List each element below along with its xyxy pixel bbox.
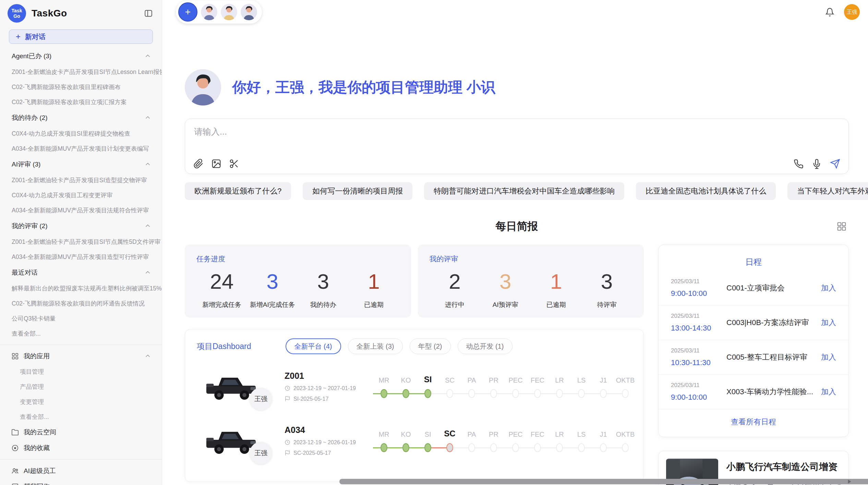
chevron-up-icon[interactable]	[144, 352, 152, 360]
milestone-dot[interactable]	[402, 389, 409, 398]
sidebar-tool-label: AI超级员工	[24, 467, 56, 475]
milestone-dot[interactable]	[600, 389, 607, 398]
milestone-dot[interactable]	[490, 443, 497, 452]
milestone-label: PEC	[505, 376, 527, 384]
milestone-dot[interactable]	[381, 389, 387, 398]
milestone-dot[interactable]	[556, 389, 563, 398]
milestone-dot[interactable]	[424, 389, 431, 398]
sidebar-item[interactable]: 公司Q3轻卡销量	[0, 311, 162, 326]
milestone-dot[interactable]	[468, 389, 475, 398]
chevron-up-icon[interactable]	[144, 161, 152, 168]
member-avatar[interactable]	[241, 4, 257, 20]
layout-grid-icon[interactable]	[836, 221, 847, 232]
notification-bell-icon[interactable]	[825, 8, 834, 17]
milestone-dot[interactable]	[402, 443, 409, 452]
member-avatar[interactable]	[201, 4, 217, 20]
sidebar-tool-item[interactable]: 帮我写作	[0, 479, 162, 485]
milestone-dot[interactable]	[446, 443, 453, 452]
suggestion-chip[interactable]: 特朗普可能对进口汽车增税会对中国车企造成哪些影响	[424, 182, 624, 200]
sidebar-item[interactable]: Z001-全新燃油皮卡产品开发项目SI节点Lesson Learn报告	[0, 64, 162, 79]
milestone-label: LS	[570, 376, 592, 384]
member-avatar[interactable]	[221, 4, 237, 20]
sidebar-sub-item[interactable]: 查看全部...	[0, 409, 162, 424]
new-chat-button[interactable]: 新对话	[9, 29, 153, 44]
project-code[interactable]: Z001	[285, 371, 371, 381]
send-icon[interactable]	[830, 159, 840, 169]
milestone-dot[interactable]	[512, 389, 519, 398]
sidebar-section-header[interactable]: AI评审 (3)	[0, 156, 162, 173]
sidebar-section-header[interactable]: Agent已办 (3)	[0, 48, 162, 64]
suggestion-chip[interactable]: 欧洲新规最近颁布了什么?	[185, 182, 291, 200]
sidebar-item[interactable]: C0X4-动力总成开发项目工程变更评审	[0, 188, 162, 203]
schedule-join-link[interactable]: 加入	[821, 387, 836, 397]
scrollbar-thumb[interactable]	[339, 479, 868, 484]
user-avatar[interactable]: 王强	[844, 4, 860, 20]
suggestion-chip[interactable]: 比亚迪全固态电池计划具体说了什么	[636, 182, 776, 200]
dashboard-filter-pill[interactable]: 全新上装 (3)	[348, 338, 403, 354]
milestone-dot[interactable]	[534, 389, 541, 398]
sidebar-item[interactable]: C02-飞腾新能源轻客改款项目里程碑画布	[0, 79, 162, 95]
sidebar-item[interactable]: A034-全新新能源MUV产品开发项目法规符合性评审	[0, 203, 162, 218]
sidebar-section-header[interactable]: 我的评审 (2)	[0, 218, 162, 234]
sidebar-sub-item[interactable]: 产品管理	[0, 379, 162, 394]
milestone-dot[interactable]	[578, 443, 585, 452]
sidebar-item-my-apps[interactable]: 我的应用	[0, 348, 162, 364]
chevron-up-icon[interactable]	[144, 222, 152, 230]
milestone-dot[interactable]	[578, 389, 585, 398]
sidebar-item-star[interactable]: 我的收藏	[0, 440, 162, 456]
milestone-dot[interactable]	[424, 443, 431, 452]
sidebar-item[interactable]: Z001-全新燃油轻卡产品开发项目SI节点属性5D文件评审	[0, 234, 162, 249]
chevron-up-icon[interactable]	[144, 114, 152, 122]
sidebar-item[interactable]: C02-飞腾新能源轻客改款项目立项汇报方案	[0, 95, 162, 110]
milestone-dot[interactable]	[622, 389, 629, 398]
chat-input[interactable]	[193, 126, 840, 137]
milestone-dot[interactable]	[556, 443, 563, 452]
milestone-dot[interactable]	[512, 443, 519, 452]
sidebar-item-folder[interactable]: 我的云空间	[0, 424, 162, 440]
schedule-time: 9:00-10:00	[671, 393, 716, 402]
sidebar-sub-item[interactable]: 变更管理	[0, 394, 162, 409]
dashboard-filter-pill[interactable]: 动总开发 (1)	[458, 338, 513, 354]
project-code[interactable]: A034	[285, 425, 371, 435]
phone-icon[interactable]	[794, 159, 804, 169]
chevron-up-icon[interactable]	[144, 52, 152, 60]
sidebar-item[interactable]: A034-全新新能源MUV产品开发项目计划变更表编写	[0, 141, 162, 156]
project-owner-badge: 王强	[250, 442, 272, 464]
sidebar-section-header[interactable]: 最近对话	[0, 264, 162, 281]
milestone-dot[interactable]	[622, 443, 629, 452]
sidebar-sub-item[interactable]: 项目管理	[0, 364, 162, 379]
milestone-dot[interactable]	[468, 443, 475, 452]
sidebar-item[interactable]: 解释最新出台的欧盟报废车法规再生塑料比例被调至15%...	[0, 281, 162, 296]
scissors-icon[interactable]	[229, 159, 239, 169]
collapse-sidebar-icon[interactable]	[144, 9, 153, 18]
sidebar-item[interactable]: C02-飞腾新能源轻客改款项目的闭环通告反馈情况	[0, 296, 162, 311]
schedule-join-link[interactable]: 加入	[821, 318, 836, 328]
milestone-dot[interactable]	[490, 389, 497, 398]
image-upload-icon[interactable]	[211, 159, 221, 169]
milestone-label: J1	[592, 431, 614, 438]
milestone-label: J1	[592, 376, 614, 384]
sidebar-tool-item[interactable]: AI超级员工	[0, 463, 162, 479]
sidebar-item[interactable]: 查看全部...	[0, 326, 162, 341]
sidebar-item[interactable]: C0X4-动力总成开发项目SI里程碑提交物检查	[0, 126, 162, 141]
sidebar-item[interactable]: A034-全新新能源MUV产品开发项目造型可行性评审	[0, 249, 162, 264]
chevron-up-icon[interactable]	[144, 269, 152, 276]
milestone-dot[interactable]	[381, 443, 387, 452]
milestone-dot[interactable]	[534, 443, 541, 452]
view-all-schedule-link[interactable]: 查看所有日程	[659, 409, 848, 431]
attachment-icon[interactable]	[193, 159, 204, 169]
sidebar-section-header[interactable]: 我的待办 (2)	[0, 110, 162, 126]
add-member-button[interactable]	[178, 2, 197, 22]
dashboard-filter-pill[interactable]: 全新平台 (4)	[286, 338, 341, 354]
microphone-icon[interactable]	[812, 159, 822, 169]
sidebar-item[interactable]: Z001-全新燃油轻卡产品开发项目SI造型提交物评审	[0, 173, 162, 188]
suggestion-chip[interactable]: 当下年轻人对汽车外观有怎样的喜好趋势	[787, 182, 868, 200]
milestone-dot[interactable]	[446, 389, 453, 398]
sidebar-scroll: Agent已办 (3)Z001-全新燃油皮卡产品开发项目SI节点Lesson L…	[0, 46, 162, 485]
dashboard-filter-pill[interactable]: 年型 (2)	[410, 338, 451, 354]
suggestion-chip[interactable]: 如何写一份清晰的项目周报	[303, 182, 412, 200]
schedule-join-link[interactable]: 加入	[821, 283, 836, 293]
schedule-join-link[interactable]: 加入	[821, 352, 836, 362]
milestone-dot[interactable]	[600, 443, 607, 452]
scroll-right-arrow-icon[interactable]	[846, 478, 853, 485]
